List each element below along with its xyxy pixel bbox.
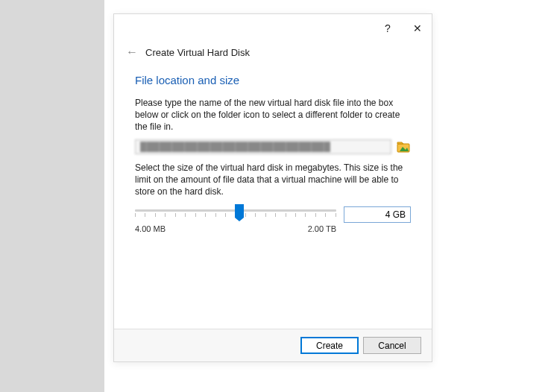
size-row xyxy=(135,203,411,226)
folder-icon xyxy=(396,139,411,154)
create-vhd-dialog: ? ✕ ← Create Virtual Hard Disk File loca… xyxy=(113,13,432,362)
create-button[interactable]: Create xyxy=(300,337,359,354)
file-path-input[interactable] xyxy=(135,139,391,154)
wizard-title: Create Virtual Hard Disk xyxy=(145,47,250,58)
cancel-button[interactable]: Cancel xyxy=(363,337,421,354)
size-input[interactable] xyxy=(344,206,411,223)
location-description: Please type the name of the new virtual … xyxy=(135,97,411,133)
content-area: File location and size Please type the n… xyxy=(114,66,432,329)
slider-thumb[interactable] xyxy=(235,204,244,218)
back-button[interactable]: ← xyxy=(126,45,138,59)
browse-folder-button[interactable] xyxy=(396,139,411,154)
background-strip xyxy=(0,0,104,392)
close-button[interactable]: ✕ xyxy=(409,20,426,37)
titlebar: ? ✕ xyxy=(114,14,432,42)
size-description: Select the size of the virtual hard disk… xyxy=(135,162,411,198)
section-heading: File location and size xyxy=(135,74,411,86)
size-slider[interactable] xyxy=(135,203,336,226)
footer: Create Cancel xyxy=(114,329,432,361)
header-row: ← Create Virtual Hard Disk xyxy=(114,42,432,66)
help-button[interactable]: ? xyxy=(379,20,396,37)
path-row xyxy=(135,139,411,154)
